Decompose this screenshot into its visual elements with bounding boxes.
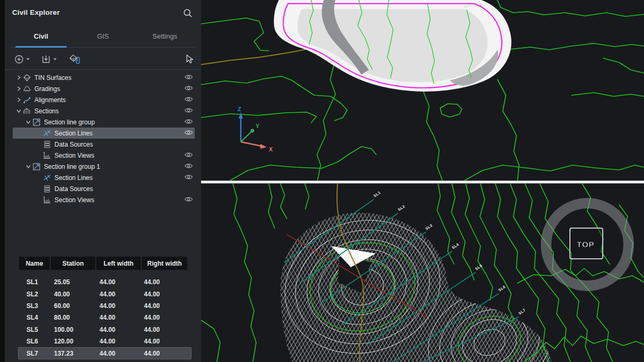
drawing-area: Z X Y: [201, 0, 644, 362]
axis-z-label: Z: [238, 106, 241, 112]
chevron-right-icon[interactable]: [15, 74, 22, 82]
tree-item-section-line-group[interactable]: Section line group: [5, 116, 201, 128]
section-line-label: SL3: [425, 223, 433, 231]
chevron-down-icon[interactable]: [24, 163, 32, 170]
import-button[interactable]: [39, 52, 59, 66]
section-line-group-icon: [32, 118, 41, 126]
tree-item-tin-surfaces[interactable]: TIN Surfaces: [5, 72, 201, 83]
section-line-label: SL5: [475, 264, 483, 271]
table-row[interactable]: SL125.0544.0044.00: [19, 276, 187, 288]
graded-surface-model: [274, 0, 512, 92]
table-body: SL125.0544.0044.00 SL240.0044.0044.00 SL…: [19, 276, 187, 359]
viewport-bottom[interactable]: SL1 SL2 SL3 SL4 SL5 SL6 SL7 TOP: [201, 184, 644, 362]
section-lines-icon: [42, 174, 51, 182]
sections-icon: [22, 107, 31, 115]
chevron-right-icon[interactable]: [15, 96, 22, 104]
visibility-eye-icon[interactable]: [184, 174, 194, 181]
section-views-icon: [42, 151, 51, 160]
visibility-eye-icon[interactable]: [184, 196, 194, 203]
navcube-label: TOP: [577, 240, 595, 249]
table-row[interactable]: SL240.0044.0044.00: [19, 288, 187, 300]
tab-civil[interactable]: Civil: [10, 25, 72, 47]
panel-title: Civil Explorer: [12, 8, 60, 16]
explorer-toolbar: [12, 50, 196, 69]
section-line-label: SL4: [451, 242, 460, 250]
tree-item-sections[interactable]: Sections: [5, 105, 201, 116]
axis-y-label: Y: [256, 123, 260, 129]
tree-item-section-lines[interactable]: Section Lines: [5, 172, 201, 183]
table-row[interactable]: SL480.0044.0044.00: [19, 312, 187, 323]
visibility-eye-icon[interactable]: [184, 129, 194, 137]
visibility-eye-icon[interactable]: [184, 118, 194, 125]
table-header: Name Station Left width Right width: [19, 257, 187, 270]
tree-item-data-sources[interactable]: Data Sources: [5, 183, 201, 194]
search-icon[interactable]: [182, 7, 194, 19]
tree-item-section-lines[interactable]: Section Lines: [5, 128, 201, 139]
column-header-right-width[interactable]: Right width: [142, 257, 187, 270]
section-line-label: SL7: [518, 308, 527, 315]
table-row[interactable]: SL360.0044.0044.00: [19, 300, 187, 312]
add-button[interactable]: [12, 52, 32, 66]
panel-header: Civil Explorer: [5, 6, 201, 21]
section-lines-icon: [42, 129, 51, 138]
gradings-icon: [22, 85, 31, 93]
tab-gis[interactable]: GIS: [72, 25, 134, 47]
column-header-station[interactable]: Station: [51, 257, 95, 270]
viewport-top[interactable]: Z X Y: [201, 0, 644, 180]
data-sources-icon: [42, 140, 51, 149]
toolbar-separator: [5, 69, 201, 70]
tree-item-data-sources[interactable]: Data Sources: [5, 139, 201, 150]
select-cursor-icon[interactable]: [183, 52, 196, 66]
tree-item-section-line-group-1[interactable]: Section line group 1: [5, 161, 201, 172]
tree-item-alignments[interactable]: Alignments: [5, 94, 201, 105]
visibility-eye-icon[interactable]: [184, 74, 194, 81]
tree-selection-highlight: [13, 128, 195, 139]
chevron-right-icon[interactable]: [15, 85, 22, 93]
civil-object-tree: TIN Surfaces Gradings Alignments Section…: [5, 72, 201, 205]
column-header-left-width[interactable]: Left width: [96, 257, 141, 270]
chevron-down-icon[interactable]: [15, 107, 22, 115]
section-line-label: SL6: [498, 285, 506, 292]
table-row[interactable]: SL5100.0044.0044.00: [19, 324, 187, 336]
section-views-icon: [42, 196, 51, 204]
navigation-wheel[interactable]: TOP: [546, 203, 629, 286]
visibility-eye-icon[interactable]: [184, 151, 194, 159]
table-row[interactable]: SL6120.0044.0044.00: [19, 336, 187, 347]
visibility-eye-icon[interactable]: [184, 96, 194, 103]
visibility-eye-icon[interactable]: [184, 85, 194, 92]
civil-explorer-panel: Civil Explorer Civil GIS Settings: [5, 0, 201, 362]
app-root: Civil Explorer Civil GIS Settings: [0, 0, 644, 362]
data-sources-icon: [42, 185, 51, 193]
tree-item-section-views[interactable]: Section Views: [5, 150, 201, 161]
ucs-axis-icon: Z X Y: [238, 106, 273, 152]
window-edge-strip: [0, 0, 5, 362]
caret-down-icon: [53, 58, 57, 61]
visibility-eye-icon[interactable]: [184, 162, 194, 170]
axis-x-label: X: [269, 146, 273, 152]
caret-down-icon: [26, 58, 30, 61]
section-line-label: SL2: [397, 204, 406, 212]
chevron-down-icon[interactable]: [24, 119, 32, 126]
tin-mesh-model: [270, 203, 566, 362]
tree-item-section-views[interactable]: Section Views: [5, 194, 201, 205]
tab-bar: Civil GIS Settings: [10, 25, 196, 48]
tree-item-gradings[interactable]: Gradings: [5, 83, 201, 94]
section-line-label: SL1: [373, 191, 382, 198]
section-lines-table: Name Station Left width Right width SL12…: [19, 257, 187, 359]
alignments-icon: [22, 96, 31, 104]
attach-surface-button[interactable]: [66, 52, 82, 67]
section-line-group-icon: [32, 162, 41, 171]
table-row-selected[interactable]: SL7137.2344.0044.00: [19, 347, 187, 359]
tin-surfaces-icon: [22, 74, 31, 82]
visibility-eye-icon[interactable]: [184, 107, 194, 114]
column-header-name[interactable]: Name: [19, 257, 50, 270]
tab-settings[interactable]: Settings: [134, 25, 196, 47]
